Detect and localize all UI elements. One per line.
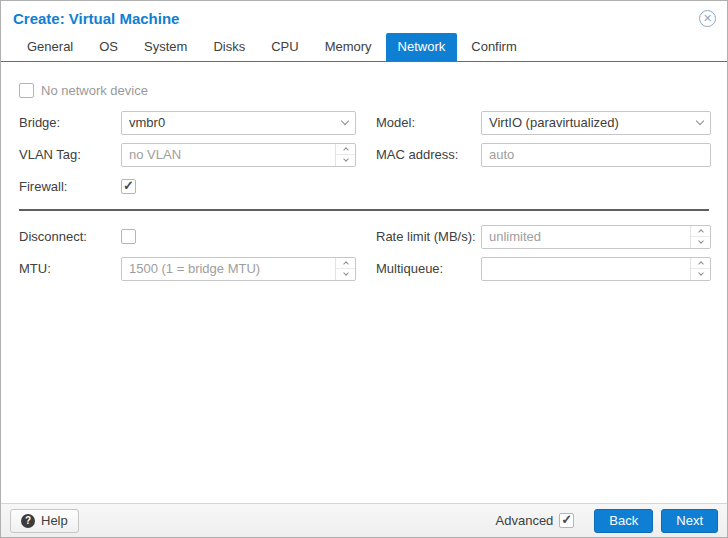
mac-address-label: MAC address: (376, 147, 481, 162)
close-icon[interactable]: ✕ (699, 10, 716, 27)
firewall-row: Firewall: (19, 174, 709, 199)
help-label: Help (41, 513, 68, 528)
firewall-label: Firewall: (19, 179, 121, 194)
tab-bar: General OS System Disks CPU Memory Netwo… (1, 33, 727, 62)
mtu-spinner-field[interactable] (121, 257, 356, 281)
network-form: No network device Bridge: Model: VLAN Ta… (1, 62, 727, 281)
help-button[interactable]: ? Help (10, 509, 79, 533)
tab-system[interactable]: System (132, 33, 199, 61)
tab-confirm[interactable]: Confirm (459, 33, 529, 61)
model-input[interactable] (482, 112, 690, 134)
bridge-input[interactable] (122, 112, 335, 134)
advanced-checkbox[interactable] (559, 513, 574, 528)
tab-general[interactable]: General (15, 33, 85, 61)
vlan-tag-input[interactable] (122, 144, 335, 166)
dialog-header: Create: Virtual Machine ✕ (1, 1, 727, 33)
mac-address-field[interactable] (481, 143, 711, 167)
mac-address-input[interactable] (482, 144, 710, 166)
rate-limit-spin-down-icon[interactable] (691, 236, 710, 248)
vlan-tag-spinner[interactable] (335, 144, 355, 166)
section-divider (19, 209, 709, 211)
model-dropdown-icon[interactable] (690, 112, 710, 134)
mtu-spin-up-icon[interactable] (336, 258, 355, 269)
back-button[interactable]: Back (594, 509, 653, 533)
rate-limit-spinner[interactable] (690, 226, 710, 248)
disconnect-checkbox[interactable] (121, 229, 136, 244)
mtu-multiqueue-row: MTU: Multiqueue: (19, 256, 709, 281)
tab-os[interactable]: OS (87, 33, 130, 61)
rate-limit-spinner-field[interactable] (481, 225, 711, 249)
mtu-spinner[interactable] (335, 258, 355, 280)
disconnect-ratelimit-row: Disconnect: Rate limit (MB/s): (19, 224, 709, 249)
multiqueue-input[interactable] (482, 258, 690, 280)
firewall-checkbox[interactable] (121, 179, 136, 194)
tab-memory[interactable]: Memory (313, 33, 384, 61)
no-network-device-label: No network device (41, 83, 148, 98)
help-icon: ? (21, 514, 35, 528)
advanced-label: Advanced (496, 513, 554, 528)
rate-limit-label: Rate limit (MB/s): (376, 229, 481, 244)
mtu-input[interactable] (122, 258, 335, 280)
vlan-mac-row: VLAN Tag: MAC address: (19, 142, 709, 167)
tab-disks[interactable]: Disks (201, 33, 257, 61)
disconnect-label: Disconnect: (19, 229, 121, 244)
create-vm-dialog: Create: Virtual Machine ✕ General OS Sys… (0, 0, 728, 538)
no-network-device-checkbox[interactable] (19, 83, 34, 98)
no-network-device-row: No network device (19, 78, 709, 103)
bridge-dropdown-icon[interactable] (335, 112, 355, 134)
multiqueue-label: Multiqueue: (376, 261, 481, 276)
multiqueue-spinner-field[interactable] (481, 257, 711, 281)
footer-toolbar: ? Help Advanced Back Next (1, 503, 727, 537)
vlan-tag-spinner-field[interactable] (121, 143, 356, 167)
rate-limit-spin-up-icon[interactable] (691, 226, 710, 237)
bridge-label: Bridge: (19, 115, 121, 130)
tab-network[interactable]: Network (386, 33, 458, 61)
bridge-model-row: Bridge: Model: (19, 110, 709, 135)
model-combobox[interactable] (481, 111, 711, 135)
next-button[interactable]: Next (661, 509, 718, 533)
vlan-tag-spin-down-icon[interactable] (336, 154, 355, 166)
vlan-tag-label: VLAN Tag: (19, 147, 121, 162)
dialog-title: Create: Virtual Machine (13, 10, 715, 27)
mtu-spin-down-icon[interactable] (336, 268, 355, 280)
bridge-combobox[interactable] (121, 111, 356, 135)
rate-limit-input[interactable] (482, 226, 690, 248)
vlan-tag-spin-up-icon[interactable] (336, 144, 355, 155)
multiqueue-spin-down-icon[interactable] (691, 268, 710, 280)
model-label: Model: (376, 115, 481, 130)
mtu-label: MTU: (19, 261, 121, 276)
multiqueue-spinner[interactable] (690, 258, 710, 280)
tab-cpu[interactable]: CPU (259, 33, 310, 61)
multiqueue-spin-up-icon[interactable] (691, 258, 710, 269)
